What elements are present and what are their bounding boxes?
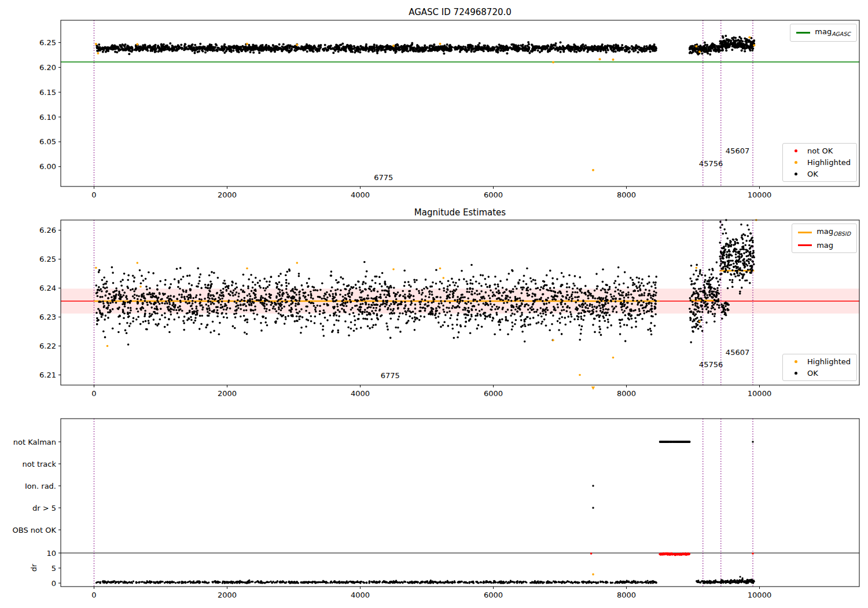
y-tick-label: 6.26	[39, 226, 56, 235]
series-ion-rad-flags	[592, 485, 594, 486]
legend-label-highlighted-2: Highlighted	[807, 357, 851, 366]
legend-mag-agasc: magAGASC	[790, 24, 857, 42]
annotation-label: 6775	[381, 371, 400, 380]
red-line-swatch	[798, 244, 812, 246]
legend-item-not-ok: not OK	[789, 146, 851, 155]
y-tick-label: 6.20	[39, 63, 56, 72]
series-OK	[95, 219, 755, 346]
axes-frame	[61, 419, 859, 587]
series-OK	[95, 35, 755, 56]
y-tick-label: 6.00	[39, 162, 56, 171]
series-dr-baseline	[95, 576, 755, 584]
x-tick-label: 4000	[351, 389, 370, 398]
red-dot-icon	[795, 149, 797, 152]
x-tick-label: 8000	[617, 591, 636, 599]
x-tick-label: 2000	[218, 389, 237, 398]
flag-category-label: OBS not OK	[13, 526, 57, 534]
orange-dot-icon	[795, 360, 797, 363]
annotation-label: 45756	[699, 159, 723, 168]
legend-item-mag: mag	[798, 241, 851, 250]
y-tick-label: 6.23	[39, 313, 56, 321]
x-tick-label: 8000	[617, 191, 636, 199]
x-tick-label: 2000	[218, 591, 237, 599]
annotation-label: 45607	[726, 348, 749, 357]
legend-item-highlighted: Highlighted	[789, 158, 851, 167]
legend-label-ok: OK	[807, 170, 818, 178]
x-tick-label: 6000	[484, 191, 503, 199]
annotation-label: 45756	[699, 360, 723, 369]
x-tick-label: 4000	[351, 591, 370, 599]
black-dot-icon	[795, 173, 797, 175]
middle-chart: 02000400060008000100006.216.226.236.246.…	[39, 219, 859, 398]
orange-line-swatch	[798, 232, 812, 233]
series-dr-highlighted	[592, 573, 594, 576]
legend-item-ok: OK	[789, 170, 851, 178]
figure: 02000400060008000100006.006.056.106.156.…	[0, 0, 868, 608]
green-line-swatch	[796, 32, 810, 34]
y-tick-label: 6.25	[39, 38, 56, 47]
dr-tick-label: 0	[52, 579, 56, 588]
legend-label-mag-obsid: magOBSID	[816, 227, 851, 238]
y-tick-label: 6.24	[39, 284, 56, 292]
x-tick-label: 0	[91, 591, 96, 599]
y-tick-label: 6.21	[39, 371, 56, 379]
y-tick-label: 6.15	[39, 88, 56, 97]
annotation-label: 45607	[726, 146, 749, 155]
series-not-kalman-flags	[659, 441, 754, 442]
x-tick-label: 0	[91, 389, 96, 398]
bottom-chart: 0200040006000800010000not Kalmannot trac…	[13, 419, 860, 599]
legend-top-chart-markers: not OK Highlighted OK	[782, 143, 857, 182]
dr-axis-label: dr	[30, 564, 38, 572]
x-tick-label: 10000	[748, 591, 771, 599]
legend-label-mag-agasc: magAGASC	[815, 27, 851, 38]
legend-middle-chart-markers: Highlighted OK	[782, 354, 857, 381]
dr-tick-label: 5	[52, 564, 56, 573]
plots-canvas: 02000400060008000100006.006.056.106.156.…	[0, 0, 868, 608]
legend-item-mag-obsid: magOBSID	[798, 227, 851, 238]
legend-item-highlighted-2: Highlighted	[789, 357, 851, 366]
legend-mag-lines: magOBSID mag	[792, 224, 857, 253]
legend-item-mag-agasc: magAGASC	[796, 27, 851, 38]
x-tick-label: 8000	[617, 389, 636, 398]
black-dot-icon	[795, 372, 797, 375]
series-Highlighted	[95, 36, 755, 171]
legend-label-ok-2: OK	[807, 369, 818, 378]
x-tick-label: 10000	[748, 191, 771, 199]
x-tick-label: 0	[91, 191, 96, 199]
legend-item-ok-2: OK	[789, 369, 851, 378]
x-tick-label: 4000	[351, 191, 370, 199]
y-tick-label: 6.22	[39, 342, 56, 350]
top-chart-title: AGASC ID 724968720.0	[61, 7, 859, 17]
x-tick-label: 6000	[484, 389, 503, 398]
x-tick-label: 10000	[748, 389, 771, 398]
top-chart: 02000400060008000100006.006.056.106.156.…	[39, 20, 859, 199]
legend-label-not-ok: not OK	[807, 146, 833, 155]
flag-category-label: not Kalman	[13, 438, 56, 446]
annotation-label: 6775	[374, 173, 393, 182]
middle-chart-title: Magnitude Estimates	[61, 207, 859, 218]
legend-label-mag: mag	[816, 241, 833, 250]
flag-category-label: not track	[22, 460, 56, 468]
y-tick-label: 6.05	[39, 137, 56, 146]
x-tick-label: 6000	[484, 591, 503, 599]
series-dr-gt5-flags	[592, 507, 594, 508]
y-tick-label: 6.25	[39, 255, 56, 263]
y-tick-label: 6.10	[39, 113, 56, 122]
flag-category-label: dr > 5	[32, 504, 56, 512]
legend-label-highlighted: Highlighted	[807, 158, 851, 167]
orange-dot-icon	[795, 161, 797, 164]
dr-tick-label: 10	[46, 549, 56, 558]
flag-category-label: Ion. rad.	[25, 482, 56, 490]
x-tick-label: 2000	[218, 191, 237, 199]
